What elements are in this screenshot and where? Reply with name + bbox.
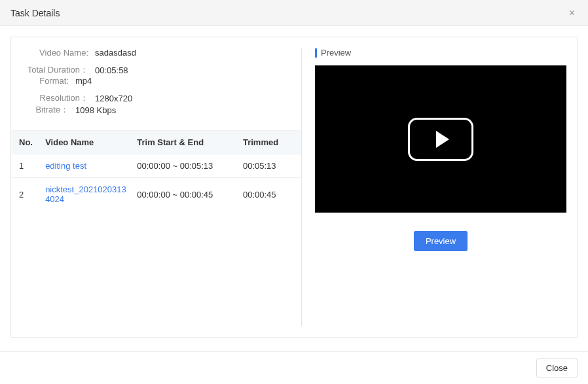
modal-header: Task Details ×: [0, 0, 588, 26]
table-row: 1 editing test 00:00:00 ~ 00:05:13 00:05…: [11, 154, 301, 178]
value-total-duration: 00:05:58: [95, 65, 174, 75]
details-block: Video Name: sadasdasd Total Duration： 00…: [11, 37, 301, 130]
col-trimmed: Trimmed: [238, 131, 301, 154]
col-video-name: Video Name: [40, 131, 132, 154]
details-column: Video Name: sadasdasd Total Duration： 00…: [11, 37, 301, 337]
table-row: 2 nicktest_20210203134024 00:00:00 ~ 00:…: [11, 178, 301, 211]
modal-footer: Close: [0, 351, 588, 384]
play-icon[interactable]: [408, 118, 473, 161]
col-trim: Trim Start & End: [132, 131, 238, 154]
video-table: No. Video Name Trim Start & End Trimmed …: [11, 130, 301, 211]
cell-no: 1: [11, 154, 40, 178]
label-video-name: Video Name:: [16, 48, 95, 58]
cell-trim: 00:00:00 ~ 00:05:13: [132, 154, 238, 178]
cell-trimmed: 00:00:45: [238, 178, 301, 211]
cell-no: 2: [11, 178, 40, 211]
table-header-row: No. Video Name Trim Start & End Trimmed: [11, 131, 301, 154]
video-link[interactable]: editing test: [45, 161, 86, 171]
modal-title: Task Details: [10, 8, 60, 18]
col-no: No.: [11, 131, 40, 154]
label-total-duration: Total Duration：: [16, 64, 95, 76]
close-button[interactable]: Close: [536, 358, 578, 377]
preview-title-row: Preview: [315, 48, 566, 58]
preview-actions: Preview: [315, 231, 566, 251]
video-player[interactable]: [315, 65, 566, 213]
value-format: mp4: [75, 76, 154, 86]
preview-button[interactable]: Preview: [414, 231, 468, 251]
value-video-name: sadasdasd: [95, 48, 174, 58]
value-bitrate: 1098 Kbps: [75, 105, 154, 115]
play-triangle-icon: [436, 131, 449, 148]
accent-bar-icon: [315, 48, 317, 58]
value-resolution: 1280x720: [95, 94, 174, 103]
preview-column: Preview Preview: [302, 37, 577, 337]
content-panel: Video Name: sadasdasd Total Duration： 00…: [10, 37, 578, 338]
label-resolution: Resolution：: [16, 92, 95, 104]
cell-trim: 00:00:00 ~ 00:00:45: [132, 178, 238, 211]
cell-trimmed: 00:05:13: [238, 154, 301, 178]
modal-body: Video Name: sadasdasd Total Duration： 00…: [0, 26, 588, 351]
close-icon[interactable]: ×: [566, 5, 578, 22]
label-bitrate: Bitrate：: [16, 104, 75, 116]
label-format: Format:: [16, 76, 75, 86]
preview-title: Preview: [321, 48, 351, 58]
video-link[interactable]: nicktest_20210203134024: [45, 184, 126, 204]
